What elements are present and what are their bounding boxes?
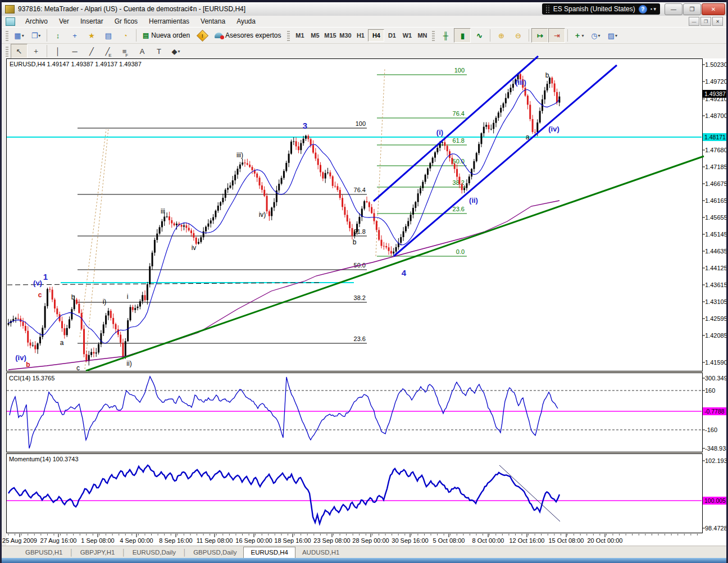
chart-canvas[interactable]: 10076.461.850.038.223.610076.461.850.038…: [2, 0, 728, 563]
fib-anchor-dashed-line: [80, 129, 106, 337]
green-trendline: [86, 156, 704, 371]
chart-ohlc-header: EURUSD,H4 1.49147 1.49387 1.49137 1.4938…: [10, 61, 142, 67]
fibonacci-set-2: 10076.461.850.038.223.60.0: [377, 67, 467, 256]
cci-header: CCI(14) 15.3765: [9, 375, 54, 382]
svg-text:(iv): (iv): [548, 125, 559, 133]
svg-text:i: i: [127, 293, 129, 301]
momentum-trendline: [499, 465, 560, 521]
svg-text:i): i): [103, 298, 107, 306]
svg-text:76.4: 76.4: [453, 110, 465, 117]
svg-text:(i): (i): [436, 128, 443, 137]
momentum-header: Momentum(14) 100.3743: [9, 456, 79, 462]
svg-text:b: b: [353, 238, 357, 246]
svg-text:a: a: [526, 133, 530, 141]
svg-text:(iii): (iii): [515, 78, 526, 87]
svg-text:a: a: [60, 339, 64, 347]
momentum-curve: [8, 465, 559, 524]
svg-text:(iv): (iv): [15, 353, 26, 362]
svg-text:100: 100: [454, 67, 465, 74]
svg-text:38.2: 38.2: [453, 179, 465, 186]
svg-text:76.4: 76.4: [354, 187, 366, 193]
svg-text:iii: iii: [161, 207, 165, 215]
candles-layer: [8, 72, 561, 365]
svg-text:b: b: [545, 71, 549, 79]
cci-curve: [10, 376, 558, 448]
svg-text:23.6: 23.6: [453, 206, 465, 212]
wave-labels: 134(v)(iv)(i)(ii)(iii)(iv)cbbai)iii)ciii…: [15, 71, 559, 372]
svg-text:b: b: [71, 293, 75, 301]
slow-ma-line: [8, 201, 559, 370]
svg-text:iv: iv: [192, 244, 197, 252]
svg-text:4: 4: [402, 268, 407, 278]
svg-text:100: 100: [356, 120, 366, 127]
metatrader-window: 937816: MetaTrader - Alpari (US) - Cuent…: [0, 0, 728, 563]
svg-text:38.2: 38.2: [354, 294, 366, 301]
svg-text:61.8: 61.8: [453, 137, 465, 144]
svg-text:3: 3: [303, 121, 307, 130]
svg-text:61.8: 61.8: [354, 228, 366, 235]
svg-text:(v): (v): [33, 279, 42, 287]
svg-text:0.0: 0.0: [456, 248, 465, 255]
svg-text:iii): iii): [236, 151, 243, 159]
svg-text:23.6: 23.6: [354, 335, 366, 342]
blue-channel-line: [394, 65, 617, 256]
svg-text:c: c: [76, 364, 80, 372]
svg-text:(ii): (ii): [469, 196, 478, 205]
svg-text:iv): iv): [259, 211, 266, 219]
fib-anchor-dashed-line: [85, 128, 108, 369]
svg-text:b: b: [26, 361, 30, 369]
svg-text:1: 1: [43, 272, 48, 282]
svg-text:c: c: [38, 291, 42, 299]
fibonacci-set-1: 10076.461.850.038.223.6: [78, 120, 367, 343]
svg-text:ii): ii): [126, 360, 131, 367]
